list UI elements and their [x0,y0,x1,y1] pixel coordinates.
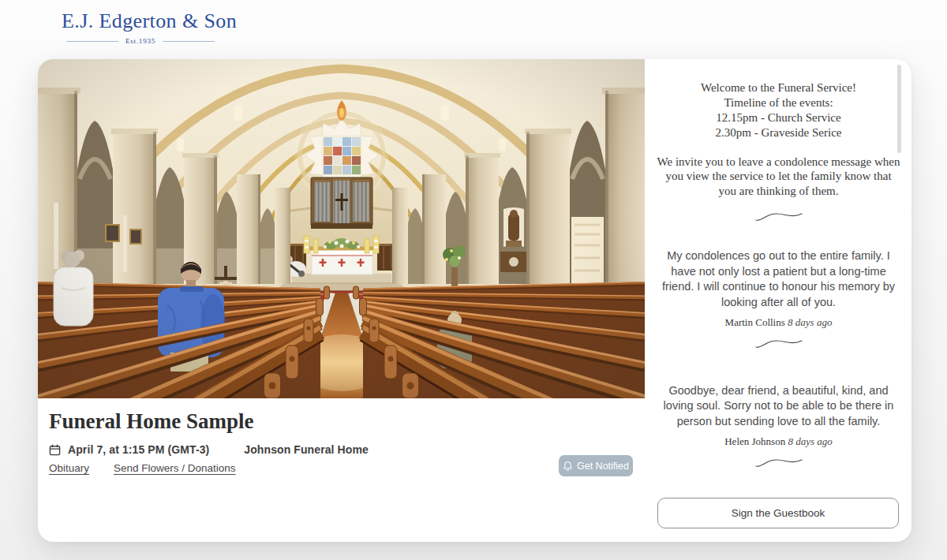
welcome-message: Welcome to the Funeral Service! Timeline… [701,80,856,140]
squiggle-divider [754,210,804,222]
brand-rule-left [66,41,118,42]
event-meta: April 7, at 1:15 PM (GMT-3) Johnson Fune… [49,442,369,457]
church-scene-illustration [38,59,645,398]
message-attribution: Martin Collins 8 days ago [725,316,833,329]
event-location: Johnson Funeral Home [244,443,369,456]
brand-established: Est.1935 [62,37,219,45]
brand-logo[interactable]: E.J. Edgerton & Son Est.1935 [62,9,219,45]
sidebar-scrollbar-thumb[interactable] [897,65,901,153]
get-notified-label: Get Notified [577,461,629,472]
squiggle-divider [754,337,804,349]
bell-icon [563,461,573,472]
message-timestamp: 8 days ago [788,435,832,447]
condolence-message: My condolences go out to the entire fami… [657,248,900,310]
send-flowers-link[interactable]: Send Flowers / Donations [114,462,236,474]
squiggle-divider [754,456,804,469]
author-name: Martin Collins [725,316,785,328]
event-datetime: April 7, at 1:15 PM (GMT-3) [68,443,209,456]
message-attribution: Helen Johnson 8 days ago [724,435,833,448]
condolence-message: Goodbye, dear friend, a beautiful, kind,… [657,383,900,429]
author-name: Helen Johnson [724,435,785,447]
video-player[interactable] [38,59,645,398]
obituary-link[interactable]: Obituary [49,462,89,474]
invite-message: We invite you to leave a condolence mess… [657,155,900,200]
message-timestamp: 8 days ago [788,316,832,328]
brand-rule-right [163,41,215,42]
brand-name: E.J. Edgerton & Son [62,9,219,33]
sign-guestbook-button[interactable]: Sign the Guestbook [657,498,899,528]
page-title: Funeral Home Sample [49,409,253,434]
condolence-sidebar[interactable]: Welcome to the Funeral Service! Timeline… [657,80,900,469]
get-notified-button[interactable]: Get Notified [559,455,633,476]
calendar-icon [49,444,61,456]
event-links: Obituary Send Flowers / Donations [49,462,236,474]
stream-card: Funeral Home Sample April 7, at 1:15 PM … [38,59,911,542]
